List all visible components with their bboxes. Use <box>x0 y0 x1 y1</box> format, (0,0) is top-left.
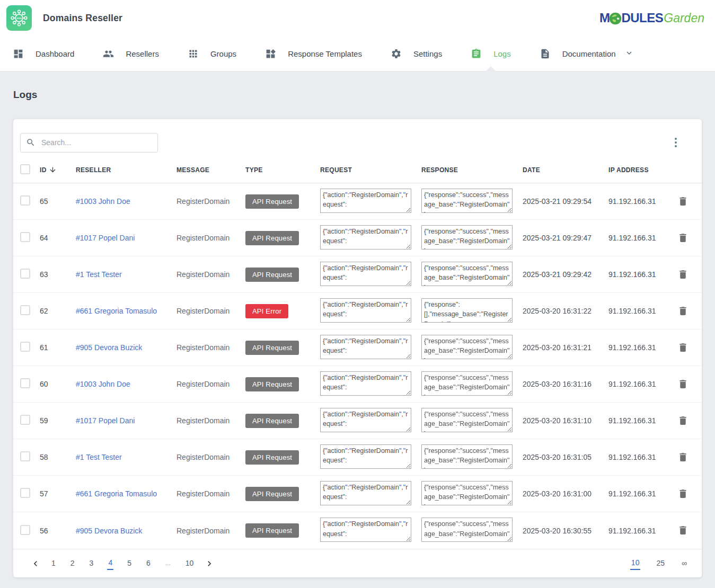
table-row: 63 #1 Test Tester RegisterDomain API Req… <box>13 256 702 293</box>
column-header-reseller[interactable]: RESELLER <box>76 166 176 174</box>
column-header-id[interactable]: ID <box>40 166 76 174</box>
table-menu-kebab-icon[interactable] <box>673 136 679 149</box>
column-header-message[interactable]: MESSAGE <box>176 166 245 174</box>
sort-desc-icon[interactable] <box>49 166 57 174</box>
response-textarea[interactable] <box>421 371 513 396</box>
row-checkbox[interactable] <box>20 195 30 206</box>
reseller-link[interactable]: #905 Devora Buzick <box>76 527 142 535</box>
brand-m: M <box>599 12 610 24</box>
response-textarea[interactable] <box>421 189 513 213</box>
column-header-date[interactable]: DATE <box>523 166 608 174</box>
delete-icon[interactable] <box>676 414 690 427</box>
table-row: 60 #1003 John Doe RegisterDomain API Req… <box>13 366 702 403</box>
next-page-button[interactable] <box>204 558 215 569</box>
row-checkbox[interactable] <box>20 525 30 535</box>
search-input[interactable] <box>40 138 152 147</box>
page-size-button[interactable]: 25 <box>655 557 666 569</box>
log-date: 2025-03-20 16:30:55 <box>523 527 608 535</box>
request-textarea[interactable] <box>320 481 411 505</box>
reseller-link[interactable]: #1003 John Doe <box>76 380 130 388</box>
page-button[interactable]: 1 <box>50 557 57 569</box>
log-ip: 91.192.166.31 <box>608 489 676 498</box>
delete-icon[interactable] <box>676 304 690 318</box>
log-ip: 91.192.166.31 <box>608 380 676 388</box>
reseller-link[interactable]: #1 Test Tester <box>76 270 122 279</box>
delete-icon[interactable] <box>676 523 690 537</box>
request-textarea[interactable] <box>320 225 411 250</box>
request-textarea[interactable] <box>320 298 411 323</box>
response-textarea[interactable] <box>421 481 513 505</box>
pagination-bar: 123456...10 1025∞ <box>13 549 702 577</box>
request-textarea[interactable] <box>320 518 411 542</box>
response-textarea[interactable] <box>421 298 513 323</box>
page-button[interactable]: 3 <box>89 557 95 569</box>
request-textarea[interactable] <box>320 444 411 469</box>
row-checkbox[interactable] <box>20 305 30 315</box>
column-header-type[interactable]: TYPE <box>245 166 320 174</box>
documentation-file-icon <box>540 48 551 59</box>
row-checkbox[interactable] <box>20 342 30 352</box>
response-textarea[interactable] <box>421 408 513 432</box>
delete-icon[interactable] <box>676 268 690 281</box>
column-header-ip[interactable]: IP ADDRESS <box>608 166 676 174</box>
reseller-link[interactable]: #661 Gregoria Tomasulo <box>76 489 157 498</box>
table-row: 56 #905 Devora Buzick RegisterDomain API… <box>13 512 702 549</box>
response-textarea[interactable] <box>421 262 513 286</box>
response-textarea[interactable] <box>421 335 513 359</box>
type-badge: API Request <box>245 414 299 428</box>
log-date: 2025-03-21 09:29:47 <box>523 234 608 242</box>
reseller-link[interactable]: #905 Devora Buzick <box>76 343 142 352</box>
prev-page-button[interactable] <box>30 558 41 569</box>
nav-item-dashboard[interactable]: Dashboard <box>6 36 81 71</box>
delete-icon[interactable] <box>676 341 690 354</box>
row-checkbox[interactable] <box>20 269 30 279</box>
row-checkbox[interactable] <box>20 488 30 498</box>
page-size-button[interactable]: ∞ <box>681 557 688 569</box>
reseller-link[interactable]: #1017 Popel Dani <box>76 234 135 242</box>
log-date: 2025-03-20 16:31:22 <box>523 307 608 315</box>
delete-icon[interactable] <box>676 487 690 501</box>
request-textarea[interactable] <box>320 335 411 359</box>
page-button[interactable]: 10 <box>184 557 195 569</box>
nav-item-settings[interactable]: Settings <box>384 36 448 71</box>
request-textarea[interactable] <box>320 408 411 432</box>
table-toolbar <box>13 119 702 157</box>
page-size-button[interactable]: 10 <box>630 557 641 570</box>
reseller-link[interactable]: #1 Test Tester <box>76 453 122 461</box>
app-logo-icon: www <box>6 5 32 31</box>
nav-item-groups[interactable]: Groups <box>181 36 243 71</box>
page-button[interactable]: 2 <box>69 557 76 569</box>
response-textarea[interactable] <box>421 518 513 542</box>
reseller-link[interactable]: #1003 John Doe <box>76 197 130 206</box>
log-ip: 91.192.166.31 <box>608 416 676 425</box>
reseller-link[interactable]: #1017 Popel Dani <box>76 416 135 425</box>
page-button[interactable]: 5 <box>126 557 133 569</box>
log-ip: 91.192.166.31 <box>608 270 676 279</box>
response-textarea[interactable] <box>421 225 513 250</box>
request-textarea[interactable] <box>320 371 411 396</box>
log-id: 59 <box>40 416 76 425</box>
column-header-request[interactable]: REQUEST <box>320 166 421 174</box>
nav-item-response-templates[interactable]: Response Templates <box>259 36 368 71</box>
page-button[interactable]: 6 <box>145 557 152 569</box>
delete-icon[interactable] <box>676 450 690 464</box>
reseller-link[interactable]: #661 Gregoria Tomasulo <box>76 307 157 315</box>
request-textarea[interactable] <box>320 189 411 213</box>
select-all-checkbox[interactable] <box>20 164 30 174</box>
row-checkbox[interactable] <box>20 415 30 425</box>
delete-icon[interactable] <box>676 231 690 245</box>
nav-item-documentation[interactable]: Documentation <box>533 36 640 71</box>
row-checkbox[interactable] <box>20 378 30 388</box>
nav-item-resellers[interactable]: Resellers <box>96 36 165 71</box>
row-checkbox[interactable] <box>20 232 30 242</box>
page-button[interactable]: 4 <box>107 557 113 570</box>
nav-label: Logs <box>493 49 511 58</box>
row-checkbox[interactable] <box>20 451 30 461</box>
delete-icon[interactable] <box>676 194 690 208</box>
log-date: 2025-03-20 16:31:21 <box>523 343 608 352</box>
nav-item-logs[interactable]: Logs <box>464 36 517 71</box>
request-textarea[interactable] <box>320 262 411 286</box>
response-textarea[interactable] <box>421 444 513 469</box>
column-header-response[interactable]: RESPONSE <box>421 166 523 174</box>
delete-icon[interactable] <box>676 377 690 391</box>
